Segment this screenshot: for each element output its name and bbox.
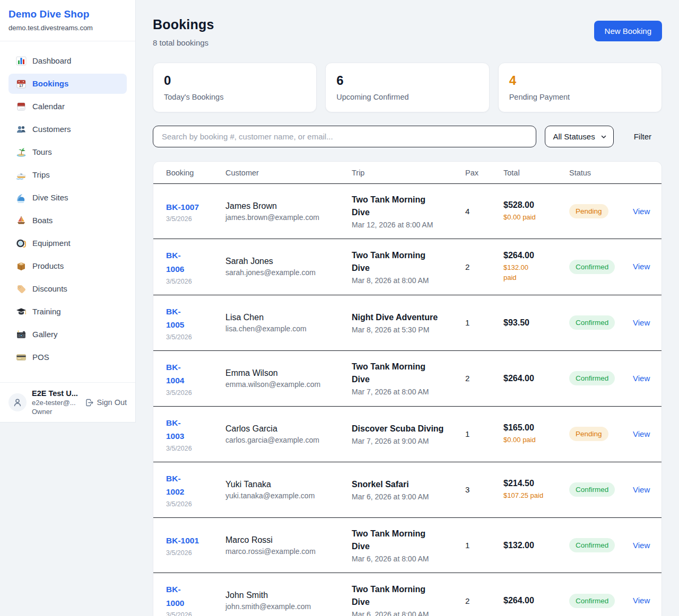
sidebar-item-label: Bookings (32, 78, 68, 89)
actions-cell: View (633, 374, 650, 383)
booking-number-link[interactable]: BK-1002 (166, 472, 225, 499)
status-badge: Confirmed (569, 482, 615, 497)
sidebar-item-discounts[interactable]: Discounts (8, 279, 127, 299)
trip-cell: Two Tank Morning Dive Mar 12, 2026 at 8:… (352, 193, 465, 229)
stat-card-upcoming-confirmed: 6 Upcoming Confirmed (325, 63, 489, 112)
dashboard-icon (16, 56, 27, 66)
stat-card-pending-payment: 4 Pending Payment (498, 63, 662, 112)
booking-date: 3/5/2026 (166, 549, 225, 557)
sidebar-item-tours[interactable]: Tours (8, 142, 127, 162)
trip-name: Two Tank Morning Dive (352, 193, 445, 219)
actions-cell: View (633, 262, 650, 271)
booking-cell: BK-1002 3/5/2026 (166, 472, 225, 508)
sidebar-item-equipment[interactable]: Equipment (8, 233, 127, 253)
customer-email: john.smith@example.com (225, 602, 352, 611)
pax-count: 1 (465, 318, 503, 327)
status-cell: Confirmed (569, 594, 633, 608)
view-link[interactable]: View (633, 318, 650, 327)
sign-out-button[interactable]: Sign Out (85, 398, 127, 407)
total-amount: $528.00 (503, 200, 569, 210)
booking-number-link[interactable]: BK-1000 (166, 583, 225, 610)
person-icon (12, 397, 23, 408)
booking-number-link[interactable]: BK-1004 (166, 360, 225, 388)
sidebar-item-trips[interactable]: Trips (8, 165, 127, 185)
customer-cell: Lisa Chen lisa.chen@example.com (225, 313, 352, 333)
sidebar-item-label: Training (32, 306, 61, 317)
customer-name: Yuki Tanaka (225, 480, 352, 489)
sidebar-item-label: Tours (32, 147, 52, 157)
status-filter-select[interactable]: All Statuses (545, 126, 613, 147)
trip-datetime: Mar 6, 2026 at 8:00 AM (352, 555, 465, 563)
stat-label: Today's Bookings (164, 93, 306, 101)
customer-cell: John Smith john.smith@example.com (225, 591, 352, 611)
sidebar-item-pos[interactable]: POS (8, 347, 127, 367)
trip-name: Two Tank Morning Dive (352, 583, 445, 609)
booking-number-link[interactable]: BK-1007 (166, 200, 225, 214)
total-amount: $132.00 (503, 541, 569, 550)
customer-name: Sarah Jones (225, 257, 352, 266)
table-row: BK-1006 3/5/2026 Sarah Jones sarah.jones… (153, 239, 661, 295)
stat-value: 0 (164, 74, 306, 87)
new-booking-button[interactable]: New Booking (594, 21, 662, 41)
booking-number-link[interactable]: BK-1006 (166, 249, 225, 276)
view-link[interactable]: View (633, 207, 650, 216)
status-badge: Confirmed (569, 260, 615, 274)
booking-number-link[interactable]: BK-1001 (166, 534, 225, 548)
status-badge: Pending (569, 427, 608, 441)
sidebar-item-label: Equipment (32, 238, 71, 249)
customers-icon (16, 124, 27, 135)
sidebar-item-boats[interactable]: Boats (8, 210, 127, 231)
svg-text:17: 17 (19, 84, 23, 87)
sidebar-item-products[interactable]: Products (8, 256, 127, 276)
booking-number-link[interactable]: BK-1005 (166, 305, 225, 332)
status-badge: Pending (569, 204, 608, 218)
amount-paid: $132.00paid (503, 262, 569, 283)
sidebar-item-calendar[interactable]: Calendar (8, 96, 127, 117)
tours-icon (16, 147, 27, 157)
sidebar-item-dive-sites[interactable]: Dive Sites (8, 188, 127, 208)
chevron-down-icon (600, 134, 607, 140)
trip-name: Snorkel Safari (352, 478, 445, 491)
filter-row: All Statuses Filter (153, 126, 662, 147)
booking-cell: BK-1003 3/5/2026 (166, 416, 225, 452)
discounts-icon (16, 284, 27, 294)
trip-cell: Two Tank Morning Dive Mar 6, 2026 at 8:0… (352, 527, 465, 563)
main-content: Bookings 8 total bookings New Booking 0 … (136, 0, 679, 616)
status-cell: Confirmed (569, 260, 633, 274)
training-icon (16, 306, 27, 317)
sidebar-item-label: Dive Sites (32, 192, 68, 203)
total-amount: $264.00 (503, 374, 569, 383)
page-header: Bookings 8 total bookings New Booking (153, 16, 662, 47)
customer-cell: James Brown james.brown@example.com (225, 201, 352, 222)
customer-name: Emma Wilson (225, 368, 352, 378)
customer-email: james.brown@example.com (225, 213, 352, 222)
trip-cell: Two Tank Morning Dive Mar 7, 2026 at 8:0… (352, 360, 465, 396)
view-link[interactable]: View (633, 596, 650, 605)
view-link[interactable]: View (633, 262, 650, 271)
sidebar-item-training[interactable]: Training (8, 302, 127, 322)
view-link[interactable]: View (633, 485, 650, 494)
status-cell: Confirmed (569, 315, 633, 330)
table-row: BK-1007 3/5/2026 James Brown james.brown… (153, 184, 661, 239)
booking-date: 3/5/2026 (166, 333, 225, 341)
sidebar-item-customers[interactable]: Customers (8, 119, 127, 139)
sidebar-item-dashboard[interactable]: Dashboard (8, 51, 127, 71)
view-link[interactable]: View (633, 541, 650, 550)
sidebar-item-bookings[interactable]: 17 Bookings (8, 74, 127, 94)
actions-cell: View (633, 596, 650, 605)
customer-name: James Brown (225, 201, 352, 211)
gallery-icon (16, 329, 27, 340)
user-email: e2e-tester@... (32, 399, 80, 407)
view-link[interactable]: View (633, 374, 650, 383)
trip-cell: Two Tank Morning Dive Mar 6, 2026 at 8:0… (352, 583, 465, 616)
search-input[interactable] (153, 126, 536, 147)
amount-paid: $0.00 paid (503, 212, 569, 223)
sidebar-item-label: Discounts (32, 284, 67, 294)
booking-number-link[interactable]: BK-1003 (166, 416, 225, 443)
customer-cell: Yuki Tanaka yuki.tanaka@example.com (225, 480, 352, 500)
view-link[interactable]: View (633, 429, 650, 438)
equipment-icon (16, 238, 27, 249)
filter-button[interactable]: Filter (631, 131, 655, 142)
sidebar-item-gallery[interactable]: Gallery (8, 324, 127, 345)
pax-count: 2 (465, 262, 503, 271)
